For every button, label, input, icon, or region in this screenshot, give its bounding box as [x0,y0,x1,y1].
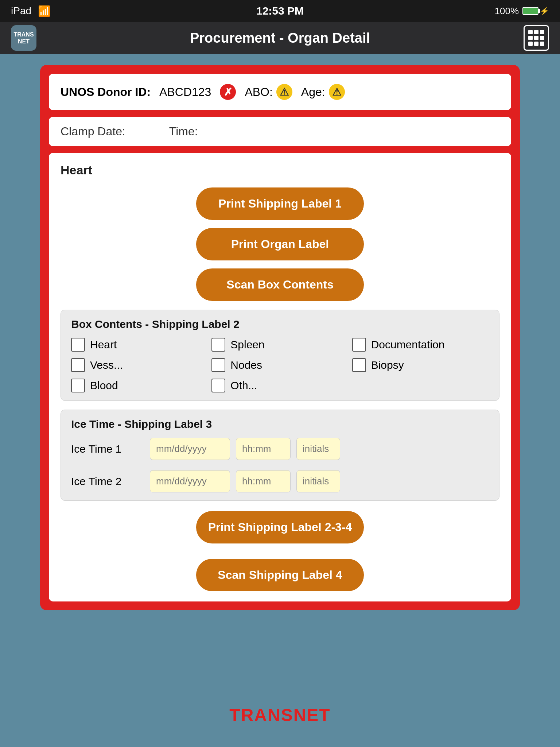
checkbox-spleen: Spleen [211,338,348,352]
ice-time-2-time-input[interactable] [236,470,291,492]
nav-title: Procurement - Organ Detail [190,30,370,46]
ice-time-section: Ice Time - Shipping Label 3 Ice Time 1 I… [61,410,499,501]
status-time: 12:53 PM [256,5,304,17]
ice-time-2-date-input[interactable] [150,470,230,492]
donor-id-label: UNOS Donor ID: [61,85,151,99]
status-bar: iPad 📶 12:53 PM 100% ⚡ [0,0,560,22]
bottom-buttons: Print Shipping Label 2-3-4 Scan Shipping… [61,511,499,591]
ice-time-1-row: Ice Time 1 [71,438,489,460]
checkbox-vess-label: Vess... [90,359,123,371]
battery-icon: ⚡ [522,7,549,15]
box-contents-title: Box Contents - Shipping Label 2 [71,318,489,330]
abo-field: ABO: ⚠ [245,84,292,100]
charging-icon: ⚡ [540,7,549,15]
age-field: Age: ⚠ [301,84,345,100]
checkbox-heart-input[interactable] [71,338,85,352]
checkbox-nodes-input[interactable] [211,358,225,372]
footer-text: TRANSNET [0,705,560,725]
battery-bar [522,7,538,15]
ice-time-2-row: Ice Time 2 [71,470,489,492]
logo-text: TRANS NET [13,31,34,45]
checkbox-oth-input[interactable] [211,379,225,392]
status-left: iPad 📶 [11,5,51,17]
nav-bar: TRANS NET Procurement - Organ Detail [0,22,560,54]
donor-id-error-icon[interactable]: ✗ [220,84,236,100]
ice-time-2-initials-input[interactable] [296,470,340,492]
footer-trans: TRANS [229,705,293,725]
checkbox-biopsy-label: Biopsy [371,359,404,371]
footer: TRANSNET [0,705,560,725]
checkbox-spleen-label: Spleen [230,338,264,351]
checkbox-blood-label: Blood [90,379,118,392]
ice-time-2-label: Ice Time 2 [71,475,144,488]
checkbox-documentation: Documentation [352,338,489,352]
checkbox-spleen-input[interactable] [211,338,225,352]
scan-shipping-label-4-button[interactable]: Scan Shipping Label 4 [196,559,364,591]
checkbox-biopsy: Biopsy [352,358,489,372]
donor-id-value: ABCD123 [159,85,211,99]
red-container: UNOS Donor ID: ABCD123 ✗ ABO: ⚠ Age: ⚠ C… [40,65,520,610]
wifi-icon: 📶 [38,5,51,17]
ice-time-1-initials-input[interactable] [296,438,340,460]
battery-percent: 100% [495,5,519,17]
clamp-date-card: Clamp Date: Time: [49,117,511,146]
checkbox-vess: Vess... [71,358,208,372]
main-content: UNOS Donor ID: ABCD123 ✗ ABO: ⚠ Age: ⚠ C… [0,54,560,621]
grid-menu-icon[interactable] [524,25,549,51]
ice-time-1-label: Ice Time 1 [71,443,144,455]
age-label: Age: [301,85,325,99]
status-right: 100% ⚡ [495,5,549,17]
scan-box-contents-button[interactable]: Scan Box Contents [196,268,364,301]
checkbox-grid: Heart Spleen Documentation Vess... [71,338,489,392]
checkbox-nodes-label: Nodes [230,359,262,371]
heart-card: Heart Print Shipping Label 1 Print Organ… [49,153,511,601]
ipad-label: iPad [11,5,31,17]
age-warning-icon[interactable]: ⚠ [329,84,345,100]
ice-time-1-time-input[interactable] [236,438,291,460]
print-organ-label-button[interactable]: Print Organ Label [196,228,364,260]
checkbox-vess-input[interactable] [71,358,85,372]
print-shipping-label-234-button[interactable]: Print Shipping Label 2-3-4 [196,511,364,543]
clamp-time-label: Time: [169,125,198,138]
checkbox-oth: Oth... [211,379,348,392]
app-logo: TRANS NET [11,25,36,51]
ice-time-1-date-input[interactable] [150,438,230,460]
footer-net: NET [293,705,331,725]
clamp-date-label: Clamp Date: [61,125,125,138]
donor-info-card: UNOS Donor ID: ABCD123 ✗ ABO: ⚠ Age: ⚠ [49,74,511,110]
checkbox-documentation-label: Documentation [371,338,445,351]
abo-label: ABO: [245,85,272,99]
heart-section-title: Heart [61,163,499,177]
checkbox-blood: Blood [71,379,208,392]
print-shipping-label-1-button[interactable]: Print Shipping Label 1 [196,187,364,220]
checkbox-documentation-input[interactable] [352,338,366,352]
ice-time-title: Ice Time - Shipping Label 3 [71,418,489,430]
checkbox-oth-label: Oth... [230,379,257,392]
checkbox-heart: Heart [71,338,208,352]
checkbox-biopsy-input[interactable] [352,358,366,372]
checkbox-blood-input[interactable] [71,379,85,392]
abo-warning-icon[interactable]: ⚠ [276,84,292,100]
box-contents-section: Box Contents - Shipping Label 2 Heart Sp… [61,310,499,401]
checkbox-nodes: Nodes [211,358,348,372]
checkbox-heart-label: Heart [90,338,117,351]
